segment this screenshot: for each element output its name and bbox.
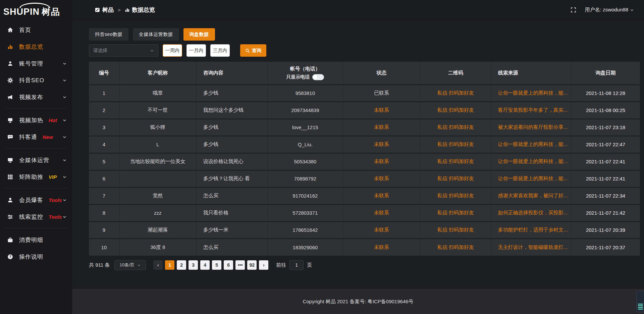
cell-source-link[interactable]: 无主灯设计，智能磁吸轨道灯... bbox=[491, 239, 571, 256]
chevron-down-icon bbox=[62, 135, 67, 139]
fullscreen-icon[interactable] bbox=[571, 7, 576, 13]
page-button-2[interactable]: 2 bbox=[177, 260, 186, 270]
cell-qrcode-links[interactable]: 私信 扫码加好友 bbox=[420, 85, 491, 102]
cell-qrcode-links[interactable]: 私信 扫码加好友 bbox=[420, 102, 491, 119]
badge-tools: Tools bbox=[49, 197, 62, 203]
cell-date: 2021-11-07 22:41 bbox=[571, 153, 640, 170]
chart-icon bbox=[125, 7, 130, 12]
table-row: 2不可一世我想问这个多少钱2097344839未联系私信 扫码加好友客厅安装投影… bbox=[89, 102, 640, 119]
period-button-2[interactable]: 三月内 bbox=[210, 44, 230, 57]
cell-id: 8 bbox=[89, 204, 119, 221]
page-button-6[interactable]: 6 bbox=[224, 260, 233, 270]
page-size-select[interactable]: 10条/页 bbox=[114, 260, 146, 270]
cell-account: 70898792 bbox=[267, 170, 343, 187]
cell-status: 未联系 bbox=[343, 102, 420, 119]
toggle-knob bbox=[313, 74, 318, 80]
cell-nickname: 觉然 bbox=[119, 187, 196, 204]
pagination: 共 911 条 10条/页 ‹ 123456•••92 › 前往 页 bbox=[89, 260, 640, 270]
cell-status: 未联系 bbox=[343, 239, 420, 256]
sidebar-item-home[interactable]: 首页 bbox=[0, 21, 72, 38]
sidebar-item-user[interactable]: 账号管理 bbox=[0, 55, 72, 72]
badge-tools: Tools bbox=[49, 214, 62, 220]
sidebar-item-wallet[interactable]: 消费明细 bbox=[0, 231, 72, 248]
period-button-1[interactable]: 一月内 bbox=[186, 44, 206, 57]
cell-source-link[interactable]: 让你一眼就爱上的黑科技，能... bbox=[491, 170, 571, 187]
page-button-92[interactable]: 92 bbox=[247, 260, 257, 270]
phone-only-toggle[interactable] bbox=[312, 74, 324, 80]
cell-source-link[interactable]: 被大家追着问的客厅投影分享... bbox=[491, 119, 571, 136]
badge-vip: VIP bbox=[49, 174, 57, 180]
cell-source-link[interactable]: 如何正确选择投影仪，买投影... bbox=[491, 204, 571, 221]
gear-icon bbox=[7, 77, 14, 83]
cell-id: 5 bbox=[89, 153, 119, 170]
cell-source-link[interactable]: 让你一眼就爱上的黑科技，能... bbox=[491, 153, 571, 170]
cell-content: 多少钱 bbox=[196, 85, 267, 102]
home-icon bbox=[7, 27, 14, 33]
page-button-1[interactable]: 1 bbox=[165, 260, 174, 270]
table-row: 1哦章多少钱9583810已联系私信 扫码加好友让你一眼就爱上的黑科技，能...… bbox=[89, 85, 640, 102]
cell-id: 10 bbox=[89, 239, 119, 256]
corner-widget[interactable] bbox=[636, 291, 644, 312]
cell-qrcode-links[interactable]: 私信 扫码加好友 bbox=[420, 221, 491, 239]
publish-icon bbox=[7, 94, 14, 100]
sidebar-item-member[interactable]: 会员爆客Tools bbox=[0, 192, 72, 208]
cell-content: 怎么买 bbox=[196, 239, 267, 256]
logo[interactable]: SHUPIN 树品 bbox=[0, 2, 72, 21]
filter-select[interactable]: 请选择 bbox=[89, 44, 158, 57]
sidebar-item-chart[interactable]: 数据总览 bbox=[0, 38, 72, 55]
sidebar-item-label: 视频加热 bbox=[19, 116, 43, 124]
sidebar-item-heat[interactable]: 视频加热Hot bbox=[0, 112, 72, 128]
sidebar-divider bbox=[5, 148, 67, 149]
prev-page-button[interactable]: ‹ bbox=[153, 260, 163, 270]
page-ellipsis-button[interactable]: ••• bbox=[235, 260, 245, 270]
page-button-3[interactable]: 3 bbox=[189, 260, 198, 270]
table-row: 4L多少钱Q_Liu.未联系私信 扫码加好友让你一眼就爱上的黑科技，能...20… bbox=[89, 136, 640, 153]
cell-id: 3 bbox=[89, 119, 119, 136]
cell-status: 未联系 bbox=[343, 204, 420, 221]
next-page-button[interactable]: › bbox=[259, 260, 268, 270]
breadcrumb-root[interactable]: 树品 bbox=[102, 6, 114, 14]
goto-page-input[interactable] bbox=[289, 260, 304, 270]
sidebar-item-publish[interactable]: 视频发布 bbox=[0, 89, 72, 105]
sidebar-item-help[interactable]: ?操作说明 bbox=[0, 248, 72, 265]
cell-source-link[interactable]: 让你一眼就爱上的黑科技，能... bbox=[491, 136, 571, 153]
cell-source-link[interactable]: 客厅安装投影半年多了，真实... bbox=[491, 102, 571, 119]
cell-nickname: 狐小狸 bbox=[119, 119, 196, 136]
column-header-id: 编号 bbox=[89, 62, 119, 85]
cell-qrcode-links[interactable]: 私信 扫码加好友 bbox=[420, 136, 491, 153]
sidebar-item-chat[interactable]: 抖客通New bbox=[0, 128, 72, 145]
search-button[interactable]: 查询 bbox=[240, 44, 266, 57]
goto-label: 前往 bbox=[276, 262, 286, 268]
filter-bar: 请选择 一周内一月内三月内 查询 bbox=[89, 44, 640, 57]
sidebar-item-grid[interactable]: 矩阵助推VIP bbox=[0, 168, 72, 185]
sidebar-item-monitor[interactable]: 全媒体运营 bbox=[0, 152, 72, 168]
svg-text:?: ? bbox=[9, 255, 11, 258]
tab-2[interactable]: 询盘数据 bbox=[183, 28, 215, 41]
cell-qrcode-links[interactable]: 私信 扫码加好友 bbox=[420, 239, 491, 256]
sidebar-item-sliders[interactable]: 线索监控Tools bbox=[0, 208, 72, 225]
cell-qrcode-links[interactable]: 私信 扫码加好友 bbox=[420, 187, 491, 204]
cell-qrcode-links[interactable]: 私信 扫码加好友 bbox=[420, 204, 491, 221]
cell-qrcode-links[interactable]: 私信 扫码加好友 bbox=[420, 153, 491, 170]
period-button-0[interactable]: 一周内 bbox=[163, 44, 182, 57]
copyright-text: Copyright 树品 2021 备案号: 粤ICP备09019646号 bbox=[303, 299, 413, 305]
cell-account: 183929060 bbox=[267, 239, 343, 256]
cell-qrcode-links[interactable]: 私信 扫码加好友 bbox=[420, 119, 491, 136]
chevron-down-icon bbox=[630, 8, 634, 12]
cell-source-link[interactable]: 让你一眼就爱上的黑科技，能... bbox=[491, 85, 571, 102]
period-buttons: 一周内一月内三月内 bbox=[163, 44, 230, 57]
chevron-down-icon bbox=[62, 95, 67, 99]
badge-hot: Hot bbox=[49, 117, 57, 123]
cell-qrcode-links[interactable]: 私信 扫码加好友 bbox=[420, 170, 491, 187]
tab-0[interactable]: 抖音seo数据 bbox=[89, 28, 128, 41]
page-button-5[interactable]: 5 bbox=[212, 260, 221, 270]
cell-status: 未联系 bbox=[343, 221, 420, 239]
page-button-4[interactable]: 4 bbox=[200, 260, 210, 270]
sliders-icon bbox=[7, 214, 14, 220]
sidebar-item-gear[interactable]: 抖音SEO bbox=[0, 72, 72, 89]
user-menu[interactable]: 用户名: zswodun88 bbox=[585, 7, 634, 13]
main-area: 树品 > 数据总览 用户名: zswodun88 bbox=[72, 0, 644, 314]
cell-source-link[interactable]: 多功能护栏灯，适用于乡村文... bbox=[491, 221, 571, 239]
tab-1[interactable]: 全媒体运营数据 bbox=[133, 28, 179, 41]
cell-source-link[interactable]: 感谢大家喜欢我家，被问了好... bbox=[491, 187, 571, 204]
